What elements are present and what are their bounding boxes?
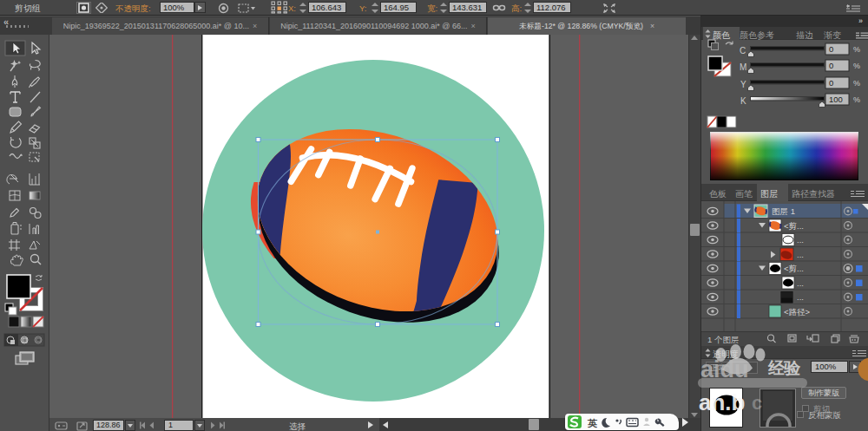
- svg-text:...: ...: [797, 278, 804, 288]
- svg-text:Y: Y: [740, 80, 746, 89]
- svg-text:...: ...: [797, 235, 804, 245]
- svg-text:K: K: [740, 96, 746, 106]
- svg-text:英: 英: [587, 418, 598, 428]
- svg-text:<剪...: <剪...: [784, 264, 804, 273]
- svg-text:<剪...: <剪...: [784, 221, 804, 231]
- svg-text:0: 0: [829, 44, 833, 54]
- svg-text:0: 0: [829, 61, 833, 70]
- svg-text:%: %: [853, 62, 860, 70]
- svg-text:%: %: [853, 79, 860, 88]
- svg-text:图层 1: 图层 1: [772, 206, 795, 216]
- svg-text:C: C: [740, 46, 746, 56]
- svg-text:...: ...: [797, 292, 804, 302]
- svg-text:...: ...: [797, 250, 804, 259]
- svg-text:M: M: [740, 62, 746, 72]
- svg-text:100: 100: [829, 95, 843, 104]
- svg-text:%: %: [853, 45, 860, 54]
- svg-text:<路径>: <路径>: [784, 307, 811, 317]
- svg-text:%: %: [853, 95, 860, 104]
- svg-text:0: 0: [829, 78, 833, 88]
